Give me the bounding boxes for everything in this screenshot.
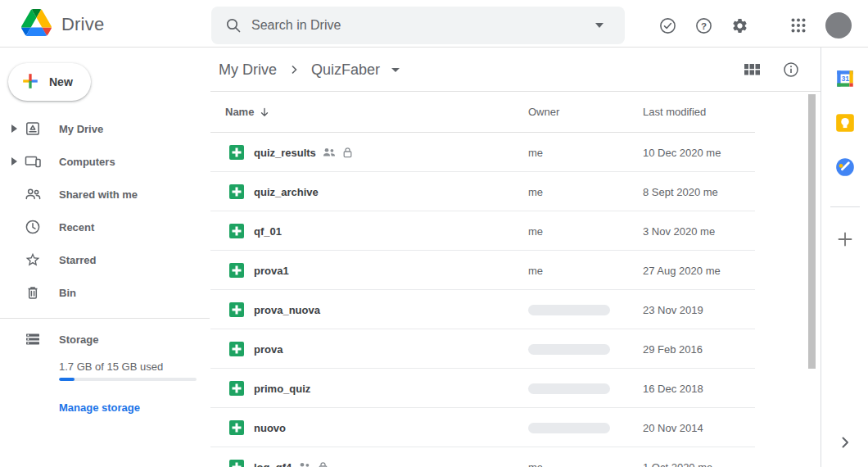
expand-arrow-icon[interactable] [11,157,17,165]
breadcrumb: My Drive QuizFaber [219,48,400,92]
owner-cell: me [528,251,543,290]
sidebar: New My Drive Computers Shared with me [0,48,210,467]
trash-icon [25,284,41,301]
last-modified-cell: 1 Oct 2020 me [643,447,712,467]
sidebar-item-bin[interactable]: Bin [0,276,210,309]
sidebar-item-shared-with-me[interactable]: Shared with me [0,178,210,211]
help-icon[interactable]: ? [687,9,720,42]
sidebar-item-computers[interactable]: Computers [0,145,210,178]
settings-gear-icon[interactable] [723,9,756,42]
new-button[interactable]: New [8,63,91,101]
manage-storage-link[interactable]: Manage storage [59,401,140,414]
table-row[interactable]: prova29 Feb 2016 [210,329,755,369]
last-modified-cell: 3 Nov 2020 me [643,211,715,251]
sidebar-item-recent[interactable]: Recent [0,211,210,243]
calendar-icon[interactable]: 31 [829,62,861,95]
file-name: quiz_archive [254,186,319,198]
new-button-label: New [49,75,73,88]
file-name: prova [254,343,283,356]
owner-placeholder-pill [528,344,610,355]
main-content: My Drive QuizFaber Name Owner Last modif… [210,48,821,467]
product-name: Drive [61,14,104,35]
table-row[interactable]: quiz_archiveme8 Sept 2020 me [210,172,755,211]
search-options-caret-icon[interactable] [595,23,604,28]
folder-menu-caret-icon[interactable] [391,68,400,72]
file-name: quiz_results [254,147,316,159]
owner-cell: me [528,172,543,211]
sidebar-item-my-drive[interactable]: My Drive [0,112,210,145]
sheets-file-icon [229,420,244,435]
sheets-file-icon [229,263,244,278]
owner-placeholder-pill [528,423,610,433]
owner-cell [528,290,610,329]
file-name: prova1 [254,265,289,277]
star-icon [25,252,41,268]
sheets-file-icon [229,342,244,356]
owner-cell [528,369,610,408]
column-header-name[interactable]: Name [225,92,269,133]
sidebar-item-starred[interactable]: Starred [0,243,210,276]
clock-icon [25,219,41,235]
table-row[interactable]: quiz_resultsme10 Dec 2020 me [210,133,755,172]
app-header: Drive ? [0,0,868,48]
view-actions [735,53,807,86]
locked-icon [318,461,328,467]
breadcrumb-my-drive[interactable]: My Drive [219,61,277,79]
storage-section: Storage 1.7 GB of 15 GB used Manage stor… [0,323,210,356]
file-name: primo_quiz [254,383,310,395]
drive-home-link[interactable]: Drive [21,9,104,39]
get-addons-plus-icon[interactable] [829,223,861,256]
breadcrumb-chevron-icon [290,65,298,75]
search-bar[interactable] [211,7,625,44]
shared-with-me-icon [25,186,42,202]
file-name: nuovo [254,422,286,434]
owner-cell [528,329,610,369]
offline-status-icon[interactable] [651,9,684,42]
avatar[interactable] [825,12,852,39]
storage-icon [25,331,41,347]
last-modified-cell: 23 Nov 2019 [643,290,703,329]
sheets-file-icon [229,224,244,238]
column-header-owner[interactable]: Owner [528,92,559,133]
owner-placeholder-pill [528,305,610,315]
tasks-icon[interactable] [829,151,861,184]
table-row[interactable]: qf_01me3 Nov 2020 me [210,211,755,251]
owner-cell: me [528,211,543,251]
grid-view-button[interactable] [735,53,768,86]
search-input[interactable] [251,18,595,33]
sidebar-nav: My Drive Computers Shared with me Recent [0,112,210,309]
file-list: quiz_resultsme10 Dec 2020 mequiz_archive… [210,133,821,467]
sidebar-divider [0,318,210,319]
sidebar-item-storage[interactable]: Storage [0,323,210,356]
table-row[interactable]: log_qf4me1 Oct 2020 me [210,447,755,467]
breadcrumb-current-folder[interactable]: QuizFaber [311,61,380,79]
table-row[interactable]: primo_quiz16 Dec 2018 [210,369,755,408]
scrollbar-thumb[interactable] [808,94,816,369]
storage-progress-bar [59,378,197,381]
table-row[interactable]: prova_nuova23 Nov 2019 [210,290,755,329]
last-modified-cell: 10 Dec 2020 me [643,133,721,172]
table-row[interactable]: prova1me27 Aug 2020 me [210,251,755,290]
shared-icon [323,147,336,158]
last-modified-cell: 20 Nov 2014 [643,408,703,447]
table-row[interactable]: nuovo20 Nov 2014 [210,408,755,447]
main-header: My Drive QuizFaber [210,48,821,92]
column-header-modified[interactable]: Last modified [643,92,706,133]
new-plus-icon [21,72,39,93]
keep-icon[interactable] [829,107,861,139]
last-modified-cell: 16 Dec 2018 [643,369,703,408]
file-name: log_qf4 [254,461,292,467]
last-modified-cell: 29 Feb 2016 [643,329,703,369]
last-modified-cell: 27 Aug 2020 me [643,251,721,290]
file-name: prova_nuova [254,304,320,316]
search-icon[interactable] [225,17,242,34]
drive-logo-icon [21,9,52,39]
storage-progress-fill [59,378,75,381]
svg-text:31: 31 [841,75,849,83]
google-apps-grid-icon[interactable] [782,9,815,42]
hide-panel-chevron-icon[interactable] [829,426,861,459]
details-info-icon[interactable] [775,53,807,86]
panel-divider [830,206,860,207]
expand-arrow-icon[interactable] [11,125,17,133]
sheets-file-icon [229,184,244,199]
